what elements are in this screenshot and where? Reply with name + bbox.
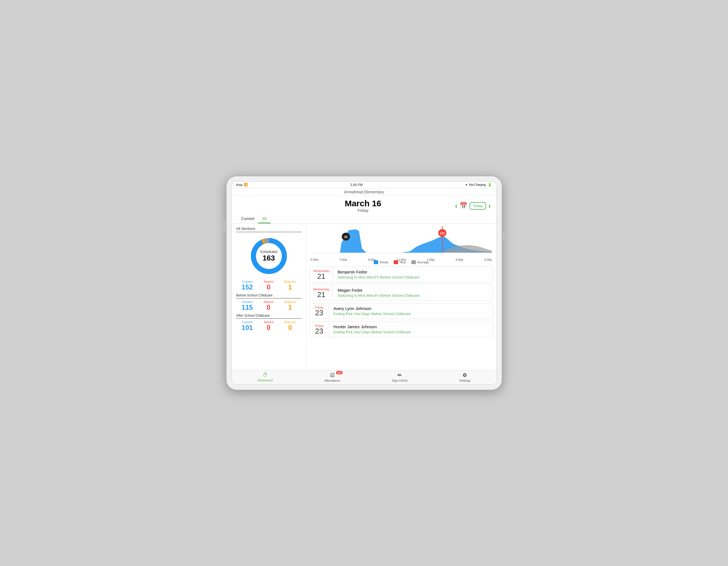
notif-date-0: Wednesday 21: [310, 267, 333, 282]
before-current-label: Current: [242, 300, 253, 304]
wifi-icon: 📶: [244, 183, 248, 187]
device-label: iPad: [236, 183, 242, 187]
attendance-badge: 101: [336, 371, 343, 374]
nav-settings-label: Settings: [459, 379, 471, 382]
tab-all[interactable]: All: [258, 215, 271, 223]
notif-day-num-2: 23: [315, 309, 323, 316]
notif-desc-3: Ending Pick Your Days Before School Chil…: [334, 330, 411, 334]
time-label-2: 9:00a: [368, 258, 376, 261]
notif-body-0: Benjamin Fedor Switching to Mon,Wed,Fri …: [333, 267, 424, 282]
tab-bar: Current All: [232, 214, 496, 224]
stat-dropins-before: Drop Ins 1: [284, 300, 296, 311]
bottom-nav: ⏱ Dashboard ☑ 101 Attendance ✏ Sign In/O…: [232, 370, 496, 384]
dropins-label: Drop Ins: [284, 280, 296, 283]
after-absent-label: Absent: [264, 320, 273, 324]
donut-scheduled-label: Scheduled: [260, 250, 277, 254]
notif-body-1: Megan Fedor Switching to Mon,Wed,Fri Bef…: [333, 285, 424, 300]
date-main: March 16: [345, 199, 381, 208]
app-title-bar: Arrowhead Elementary: [232, 188, 496, 196]
today-button[interactable]: Today: [470, 202, 486, 210]
stat-current-all: Current 152: [242, 280, 253, 291]
list-item[interactable]: Friday 23 Avery Lynn Johnson Ending Pick…: [310, 303, 493, 319]
nav-dashboard-label: Dashboard: [258, 379, 273, 382]
notif-date-1: Wednesday 21: [310, 285, 333, 300]
stat-current-after: Current 101: [242, 320, 253, 332]
all-stats-row: Current 152 Absent 0 Drop Ins 1: [236, 280, 301, 291]
notif-day-num-3: 23: [315, 327, 323, 335]
battery-icon: 🔋: [487, 183, 492, 187]
dropins-value: 1: [284, 283, 296, 291]
time-label-5: 3:00p: [455, 258, 463, 261]
chart-area: 35 101 5:00a 7:00a 9:00a 11:00a: [306, 224, 496, 265]
before-dropins-label: Drop Ins: [284, 300, 296, 304]
absent-label: Absent: [264, 280, 273, 283]
after-current-value: 101: [242, 324, 253, 332]
time-label-1: 7:00a: [339, 258, 347, 261]
current-value: 152: [242, 283, 253, 291]
notif-day-num-0: 21: [317, 273, 325, 280]
before-school-stats: Current 115 Absent 0 Drop Ins 1: [236, 300, 301, 311]
notif-body-2: Avery Lynn Johnson Ending Pick Your Days…: [329, 303, 415, 319]
status-time: 3:48 PM: [248, 183, 465, 187]
after-absent-value: 0: [264, 324, 273, 332]
main-content: March 16 Friday ‹ 📅 Today › Current All: [232, 196, 496, 384]
time-label-0: 5:00a: [311, 258, 319, 261]
svg-text:35: 35: [344, 235, 348, 239]
nav-dashboard[interactable]: ⏱ Dashboard: [258, 372, 273, 382]
time-label-4: 1:00p: [427, 258, 435, 261]
section-title: All Sections: [236, 227, 301, 232]
after-school-title: After School Childcare: [236, 314, 301, 319]
bluetooth-icon: ✦: [465, 183, 468, 186]
next-arrow[interactable]: ›: [488, 202, 491, 210]
current-label: Current: [242, 280, 253, 283]
after-school-stats: Current 101 Absent 0 Drop Ins 0: [236, 320, 301, 332]
donut-label: Scheduled 163: [260, 250, 277, 262]
notif-desc-0: Switching to Mon,Wed,Fri Before School C…: [337, 275, 419, 279]
time-label-6: 5:00p: [484, 258, 492, 261]
app-title: Arrowhead Elementary: [344, 190, 384, 194]
calendar-nav: ‹ 📅 Today ›: [455, 202, 491, 210]
notif-desc-2: Ending Pick Your Days Before School Chil…: [334, 312, 411, 316]
ipad-screen: iPad 📶 3:48 PM ✦ Not Charging 🔋 Arrowhea…: [232, 181, 497, 385]
before-current-value: 115: [242, 304, 253, 311]
prev-arrow[interactable]: ‹: [455, 202, 457, 210]
notif-body-3: Hunter James Johnson Ending Pick Your Da…: [329, 322, 415, 337]
donut-container: Scheduled 163: [236, 235, 301, 277]
stat-absent-before: Absent 0: [264, 300, 273, 311]
svg-text:101: 101: [439, 232, 445, 235]
list-item[interactable]: Wednesday 21 Megan Fedor Switching to Mo…: [310, 285, 493, 301]
time-label-3: 11:00a: [396, 258, 406, 261]
after-current-label: Current: [242, 320, 253, 324]
list-item[interactable]: Friday 23 Hunter James Johnson Ending Pi…: [310, 321, 493, 337]
donut-chart: Scheduled 163: [248, 235, 290, 277]
right-panel: 35 101 5:00a 7:00a 9:00a 11:00a: [306, 224, 496, 370]
date-header: March 16 Friday ‹ 📅 Today ›: [232, 196, 496, 214]
stat-dropins-all: Drop Ins 1: [284, 280, 296, 291]
date-day: Friday: [345, 208, 381, 213]
attendance-icon: ☑: [330, 372, 335, 378]
calendar-icon: 📅: [460, 202, 467, 209]
nav-sign-in-out[interactable]: ✏ Sign In/Out: [392, 372, 407, 382]
notif-name-2: Avery Lynn Johnson: [334, 306, 411, 311]
status-bar: iPad 📶 3:48 PM ✦ Not Charging 🔋: [232, 182, 496, 188]
nav-attendance[interactable]: ☑ 101 Attendance: [325, 372, 340, 382]
charging-status: Not Charging: [469, 183, 486, 186]
after-dropins-value: 0: [284, 324, 296, 332]
nav-attendance-label: Attendance: [325, 379, 340, 382]
notif-name-3: Hunter James Johnson: [334, 324, 411, 329]
stat-current-before: Current 115: [242, 300, 253, 311]
notif-name-1: Megan Fedor: [337, 288, 419, 293]
chart-svg-container: 35 101 5:00a 7:00a 9:00a 11:00a: [311, 226, 492, 260]
status-left: iPad 📶: [236, 183, 248, 187]
absent-value: 0: [264, 283, 273, 291]
notif-name-0: Benjamin Fedor: [337, 270, 419, 274]
nav-settings[interactable]: ⚙ Settings: [459, 372, 471, 382]
list-item[interactable]: Wednesday 21 Benjamin Fedor Switching to…: [310, 266, 493, 282]
before-dropins-value: 1: [284, 304, 296, 311]
notif-day-num-1: 21: [317, 291, 325, 298]
tab-current[interactable]: Current: [237, 215, 258, 223]
before-school-title: Before School Childcare: [236, 293, 301, 298]
notif-desc-1: Switching to Mon,Wed,Fri Before School C…: [337, 293, 419, 298]
left-panel: All Sections: [232, 224, 306, 370]
after-dropins-label: Drop Ins: [284, 320, 296, 324]
